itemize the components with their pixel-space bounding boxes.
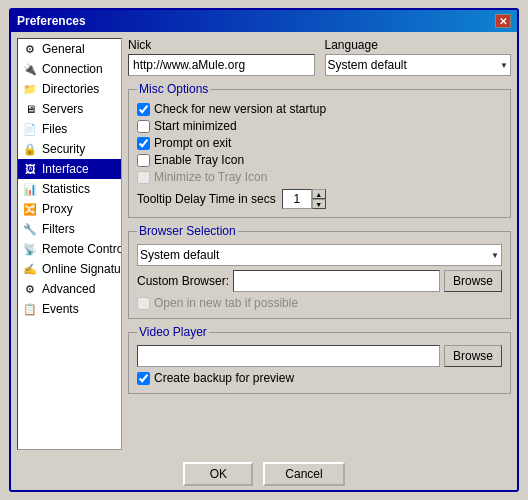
minimize-tray-row: Minimize to Tray Icon [137, 170, 502, 184]
sidebar-item-statistics[interactable]: 📊Statistics [18, 179, 121, 199]
video-player-fieldset: Video Player Browse Create backup for pr… [128, 325, 511, 394]
sidebar-item-label-online-signature: Online Signature [42, 262, 122, 276]
nick-section: Nick [128, 38, 315, 76]
start-minimized-label: Start minimized [154, 119, 237, 133]
interface-icon: 🖼 [22, 161, 38, 177]
lang-section: Language System defaultEnglishGermanFren… [325, 38, 512, 76]
directories-icon: 📁 [22, 81, 38, 97]
create-backup-label: Create backup for preview [154, 371, 294, 385]
sidebar-item-filters[interactable]: 🔧Filters [18, 219, 121, 239]
enable-tray-label: Enable Tray Icon [154, 153, 244, 167]
misc-options-content: Check for new version at startup Start m… [137, 102, 502, 209]
sidebar-item-label-filters: Filters [42, 222, 75, 236]
custom-browser-browse-button[interactable]: Browse [444, 270, 502, 292]
servers-icon: 🖥 [22, 101, 38, 117]
filters-icon: 🔧 [22, 221, 38, 237]
start-minimized-row: Start minimized [137, 119, 502, 133]
open-tab-label: Open in new tab if possible [154, 296, 298, 310]
browser-select-wrapper: System defaultFirefoxChrome [137, 244, 502, 266]
sidebar-item-label-proxy: Proxy [42, 202, 73, 216]
sidebar-item-servers[interactable]: 🖥Servers [18, 99, 121, 119]
sidebar-item-directories[interactable]: 📁Directories [18, 79, 121, 99]
misc-options-fieldset: Misc Options Check for new version at st… [128, 82, 511, 218]
bottom-buttons: OK Cancel [11, 456, 517, 490]
online-signature-icon: ✍ [22, 261, 38, 277]
browser-selection-legend: Browser Selection [137, 224, 238, 238]
language-label: Language [325, 38, 512, 52]
start-minimized-checkbox[interactable] [137, 120, 150, 133]
check-new-version-checkbox[interactable] [137, 103, 150, 116]
sidebar-item-label-general: General [42, 42, 85, 56]
sidebar-item-remote-controls[interactable]: 📡Remote Controls [18, 239, 121, 259]
remote-controls-icon: 📡 [22, 241, 38, 257]
files-icon: 📄 [22, 121, 38, 137]
proxy-icon: 🔀 [22, 201, 38, 217]
browser-selection-fieldset: Browser Selection System defaultFirefoxC… [128, 224, 511, 319]
create-backup-row: Create backup for preview [137, 371, 502, 385]
tooltip-label: Tooltip Delay Time in secs [137, 192, 276, 206]
sidebar-item-interface[interactable]: 🖼Interface [18, 159, 121, 179]
tooltip-value-input[interactable] [282, 189, 312, 209]
close-button[interactable]: ✕ [495, 14, 511, 28]
sidebar: ⚙General🔌Connection📁Directories🖥Servers📄… [17, 38, 122, 450]
sidebar-item-label-directories: Directories [42, 82, 99, 96]
minimize-tray-checkbox[interactable] [137, 171, 150, 184]
prompt-on-exit-checkbox[interactable] [137, 137, 150, 150]
language-select-wrapper: System defaultEnglishGermanFrenchSpanish [325, 54, 512, 76]
custom-browser-label: Custom Browser: [137, 274, 229, 288]
open-tab-checkbox[interactable] [137, 297, 150, 310]
tooltip-row: Tooltip Delay Time in secs ▲ ▼ [137, 189, 502, 209]
sidebar-item-label-servers: Servers [42, 102, 83, 116]
sidebar-item-label-interface: Interface [42, 162, 89, 176]
language-select[interactable]: System defaultEnglishGermanFrenchSpanish [325, 54, 512, 76]
prompt-on-exit-row: Prompt on exit [137, 136, 502, 150]
content-area: Nick Language System defaultEnglishGerma… [128, 38, 511, 450]
ok-button[interactable]: OK [183, 462, 253, 486]
sidebar-item-online-signature[interactable]: ✍Online Signature [18, 259, 121, 279]
spinner-down-button[interactable]: ▼ [312, 199, 326, 209]
sidebar-item-label-security: Security [42, 142, 85, 156]
enable-tray-row: Enable Tray Icon [137, 153, 502, 167]
sidebar-item-label-connection: Connection [42, 62, 103, 76]
prompt-on-exit-label: Prompt on exit [154, 136, 231, 150]
check-new-version-row: Check for new version at startup [137, 102, 502, 116]
nick-label: Nick [128, 38, 315, 52]
nick-lang-section: Nick Language System defaultEnglishGerma… [128, 38, 511, 76]
nick-input[interactable] [128, 54, 315, 76]
title-bar: Preferences ✕ [11, 10, 517, 32]
sidebar-item-general[interactable]: ⚙General [18, 39, 121, 59]
events-icon: 📋 [22, 301, 38, 317]
statistics-icon: 📊 [22, 181, 38, 197]
sidebar-item-events[interactable]: 📋Events [18, 299, 121, 319]
sidebar-item-label-advanced: Advanced [42, 282, 95, 296]
sidebar-item-label-files: Files [42, 122, 67, 136]
video-browse-button[interactable]: Browse [444, 345, 502, 367]
browser-select[interactable]: System defaultFirefoxChrome [137, 244, 502, 266]
sidebar-item-files[interactable]: 📄Files [18, 119, 121, 139]
spinner-buttons: ▲ ▼ [312, 189, 326, 209]
tooltip-spinner: ▲ ▼ [282, 189, 326, 209]
general-icon: ⚙ [22, 41, 38, 57]
enable-tray-checkbox[interactable] [137, 154, 150, 167]
sidebar-item-security[interactable]: 🔒Security [18, 139, 121, 159]
browser-select-row: System defaultFirefoxChrome [137, 244, 502, 266]
video-path-row: Browse [137, 345, 502, 367]
connection-icon: 🔌 [22, 61, 38, 77]
window-title: Preferences [17, 14, 86, 28]
video-path-input[interactable] [137, 345, 440, 367]
minimize-tray-label: Minimize to Tray Icon [154, 170, 267, 184]
sidebar-item-proxy[interactable]: 🔀Proxy [18, 199, 121, 219]
video-player-legend: Video Player [137, 325, 209, 339]
cancel-button[interactable]: Cancel [263, 462, 344, 486]
sidebar-item-label-events: Events [42, 302, 79, 316]
advanced-icon: ⚙ [22, 281, 38, 297]
sidebar-item-connection[interactable]: 🔌Connection [18, 59, 121, 79]
custom-browser-input[interactable] [233, 270, 440, 292]
window-body: ⚙General🔌Connection📁Directories🖥Servers📄… [11, 32, 517, 456]
preferences-window: Preferences ✕ ⚙General🔌Connection📁Direct… [9, 8, 519, 492]
misc-options-legend: Misc Options [137, 82, 210, 96]
sidebar-item-advanced[interactable]: ⚙Advanced [18, 279, 121, 299]
security-icon: 🔒 [22, 141, 38, 157]
spinner-up-button[interactable]: ▲ [312, 189, 326, 199]
create-backup-checkbox[interactable] [137, 372, 150, 385]
